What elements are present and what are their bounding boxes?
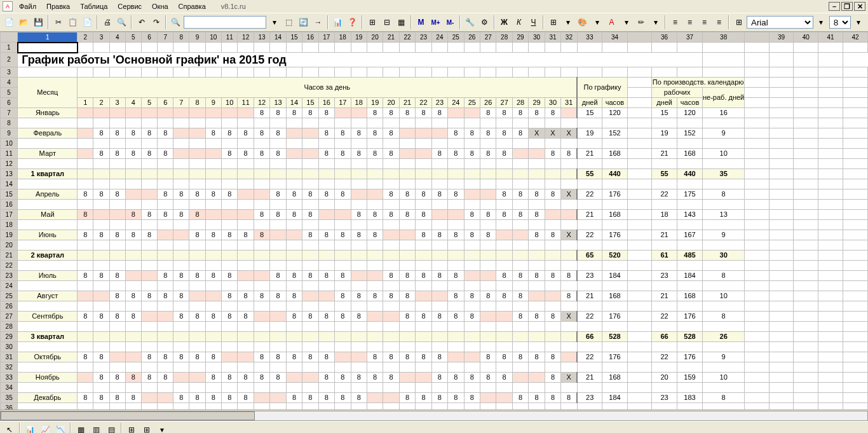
find-next-icon[interactable]: ▾ [268, 15, 281, 29]
menu-url[interactable]: v8.1c.ru [217, 1, 250, 11]
m-icon[interactable]: M [414, 15, 428, 29]
find-prev-icon[interactable]: ⬚ [282, 15, 295, 29]
menu-edit[interactable]: Правка [43, 1, 74, 11]
goto-icon[interactable]: → [311, 15, 325, 29]
minimize-button[interactable]: – [829, 2, 840, 11]
cursor-icon[interactable]: ↖ [3, 423, 17, 434]
align-right-icon[interactable]: ≡ [698, 15, 711, 29]
spreadsheet-workspace[interactable]: 1234567891011121314151617181920212223242… [0, 32, 868, 409]
font-dd-icon[interactable]: ▾ [815, 15, 828, 29]
redo-icon[interactable]: ↷ [149, 15, 163, 29]
save-icon[interactable]: 💾 [32, 15, 45, 29]
grid-icon[interactable]: ⊞ [365, 15, 379, 29]
merge-icon[interactable]: ⊞ [732, 15, 745, 29]
highlight-dd-icon[interactable]: ▾ [649, 15, 662, 29]
underline-icon[interactable]: Ч [527, 15, 540, 29]
menubar: А Файл Правка Таблица Сервис Окна Справк… [0, 0, 868, 13]
toolbar: 📄 📂 💾 ✂ 📋 📄 🖨 🔍 ↶ ↷ 🔍 ▾ ⬚ 🔄 → 📊 ❓ ⊞ ⊟ ▦ … [0, 13, 868, 32]
border-dd-icon[interactable]: ▾ [561, 15, 574, 29]
close-button[interactable]: ✕ [854, 2, 865, 11]
align-center-icon[interactable]: ≡ [683, 15, 696, 29]
print-icon[interactable]: 🖨 [100, 15, 114, 29]
undo-icon[interactable]: ↶ [135, 15, 148, 29]
maximize-button[interactable]: ❐ [841, 2, 853, 11]
cut-icon[interactable]: ✂ [51, 15, 65, 29]
find-icon[interactable]: 🔍 [169, 15, 182, 29]
bottom-toolbar: ↖ 📊 📈 📉 ▦ ▥ ▤ ⊞ ⊞ ▾ [0, 421, 868, 433]
table-icon[interactable]: ⊞ [140, 423, 154, 434]
copy-icon[interactable]: 📋 [66, 15, 79, 29]
menu-table[interactable]: Таблица [76, 1, 111, 11]
fill-icon[interactable]: 🎨 [576, 15, 589, 29]
menu-service[interactable]: Сервис [114, 1, 146, 11]
menu-help[interactable]: Справка [175, 1, 210, 11]
layout1-icon[interactable]: ▦ [74, 423, 88, 434]
tool1-icon[interactable]: 🔧 [463, 15, 477, 29]
bold-icon[interactable]: Ж [498, 15, 511, 29]
mminus-icon[interactable]: M- [444, 15, 457, 29]
horizontal-scrollbar[interactable] [0, 409, 868, 421]
spreadsheet-grid[interactable]: 1234567891011121314151617181920212223242… [0, 32, 868, 409]
align-left-icon[interactable]: ≡ [668, 15, 682, 29]
preview-icon[interactable]: 🔍 [115, 15, 128, 29]
layout2-icon[interactable]: ▥ [89, 423, 103, 434]
menu-file[interactable]: Файл [15, 1, 40, 11]
search-input[interactable] [184, 16, 266, 29]
tool2-icon[interactable]: ⚙ [478, 15, 491, 29]
grid2-icon[interactable]: ⊟ [380, 15, 393, 29]
align-justify-icon[interactable]: ≡ [712, 15, 726, 29]
app-logo-icon: А [3, 1, 13, 11]
view3-icon[interactable]: 📉 [53, 423, 67, 434]
font-select[interactable]: Arial [747, 16, 813, 29]
help-icon[interactable]: ❓ [346, 15, 359, 29]
fontcolor-icon[interactable]: А [605, 15, 618, 29]
calc-icon[interactable]: 📊 [331, 15, 344, 29]
border-icon[interactable]: ⊞ [546, 15, 560, 29]
view2-icon[interactable]: 📈 [38, 423, 52, 434]
fontsize-select[interactable]: 8 [829, 16, 851, 29]
new-icon[interactable]: 📄 [3, 15, 16, 29]
replace-icon[interactable]: 🔄 [297, 15, 310, 29]
cells-icon[interactable]: ▦ [395, 15, 408, 29]
menu-windows[interactable]: Окна [148, 1, 172, 11]
italic-icon[interactable]: К [512, 15, 526, 29]
special-icon[interactable]: ⊞ [125, 423, 139, 434]
mplus-icon[interactable]: M+ [429, 15, 442, 29]
highlight-icon[interactable]: ✏ [634, 15, 648, 29]
view1-icon[interactable]: 📊 [23, 423, 37, 434]
open-icon[interactable]: 📂 [17, 15, 31, 29]
paste-icon[interactable]: 📄 [81, 15, 94, 29]
fill-dd-icon[interactable]: ▾ [590, 15, 604, 29]
layout3-icon[interactable]: ▤ [104, 423, 118, 434]
fontsize-dd-icon[interactable]: ▾ [852, 15, 865, 29]
expand-icon[interactable]: ▾ [155, 423, 169, 434]
fontcolor-dd-icon[interactable]: ▾ [620, 15, 633, 29]
